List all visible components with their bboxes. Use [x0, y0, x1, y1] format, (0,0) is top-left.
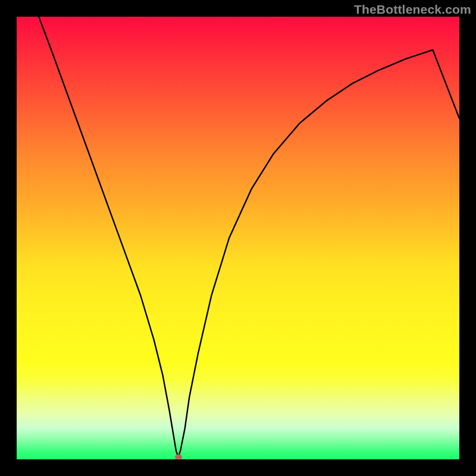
bottleneck-curve: [39, 17, 459, 457]
watermark-text: TheBottleneck.com: [354, 2, 471, 17]
optimal-point-marker: [175, 455, 182, 460]
curve-svg: [17, 17, 459, 459]
plot-area: [17, 17, 459, 459]
chart-frame: TheBottleneck.com: [0, 0, 476, 476]
